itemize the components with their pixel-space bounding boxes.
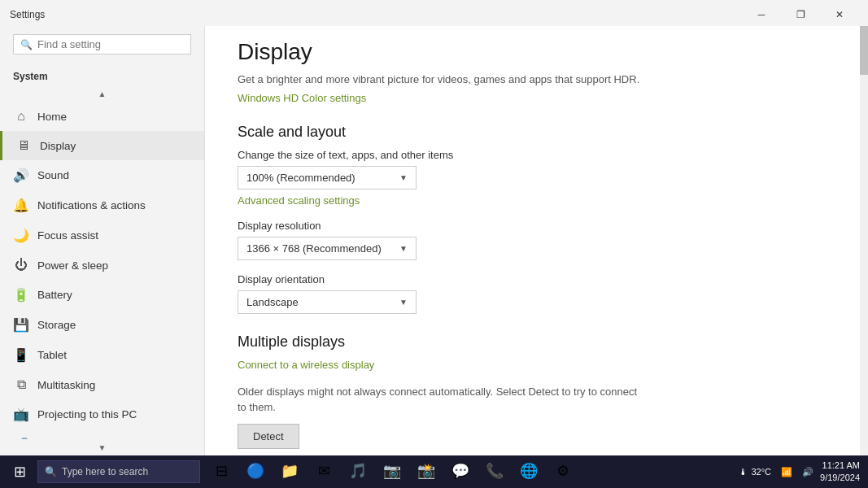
chevron-down-icon: ▼	[399, 173, 408, 182]
sidebar-item-home[interactable]: ⌂ Home	[0, 102, 204, 131]
multitasking-icon: ⧉	[13, 377, 29, 392]
start-button[interactable]: ⊞	[3, 455, 36, 488]
scale-field-group: Change the size of text, apps, and other…	[238, 149, 791, 207]
window-title: Settings	[10, 9, 45, 20]
taskbar-app-edge[interactable]: 🔵	[239, 455, 272, 488]
resolution-dropdown[interactable]: 1366 × 768 (Recommended) ▼	[238, 237, 417, 260]
scale-dropdown[interactable]: 100% (Recommended) ▼	[238, 166, 417, 190]
sidebar-item-label: Notifications & actions	[37, 199, 146, 211]
taskbar-search[interactable]: 🔍 Type here to search	[37, 460, 200, 483]
sidebar-scroll-up[interactable]: ▲	[0, 85, 204, 102]
sidebar-item-display[interactable]: 🖥 Display	[0, 131, 204, 160]
taskbar-volume[interactable]: 🔊	[799, 465, 817, 479]
taskbar-app-mail[interactable]: ✉	[308, 455, 340, 488]
chevron-down-icon: ▼	[399, 244, 408, 253]
projecting-icon: 📺	[13, 407, 29, 422]
temperature-icon: 🌡	[739, 467, 748, 477]
taskbar-app-settings[interactable]: ⚙	[547, 455, 579, 488]
chevron-down-icon: ▼	[399, 298, 408, 307]
detect-button[interactable]: Detect	[238, 424, 299, 449]
search-input[interactable]	[37, 38, 184, 50]
sidebar-item-label: Display	[40, 140, 76, 152]
taskbar-network[interactable]: 📶	[778, 465, 796, 479]
sidebar-scroll-down[interactable]: ▼	[0, 439, 204, 455]
taskbar-app-whatsapp[interactable]: 📞	[478, 455, 511, 488]
scale-field-label: Change the size of text, apps, and other…	[238, 149, 791, 161]
storage-icon: 💾	[13, 317, 29, 333]
tablet-icon: 📱	[13, 347, 29, 363]
sidebar-item-notifications[interactable]: 🔔 Notifications & actions	[0, 190, 204, 220]
taskbar-search-text: Type here to search	[62, 466, 148, 477]
page-title: Display	[238, 39, 791, 65]
home-icon: ⌂	[13, 109, 29, 124]
taskbar-app-explorer[interactable]: 📁	[273, 455, 306, 488]
sidebar-item-multitasking[interactable]: ⧉ Multitasking	[0, 370, 204, 399]
detect-description: Older displays might not always connect …	[238, 384, 644, 416]
resolution-field-group: Display resolution 1366 × 768 (Recommend…	[238, 220, 791, 260]
display-icon: 🖥	[15, 138, 32, 153]
taskbar-app-tiktok[interactable]: 🎵	[342, 455, 374, 488]
sidebar: 🔍 System ▲ ⌂ Home 🖥 Display 🔊 Sound	[0, 26, 205, 455]
orientation-field-label: Display orientation	[238, 273, 791, 285]
taskbar-app-instagram[interactable]: 📸	[410, 455, 443, 488]
sidebar-item-label: Storage	[37, 319, 76, 331]
taskbar-app-camera[interactable]: 📷	[376, 455, 408, 488]
sidebar-item-battery[interactable]: 🔋 Battery	[0, 280, 204, 310]
restore-button[interactable]: ❐	[782, 5, 819, 24]
battery-icon: 🔋	[13, 287, 29, 303]
advanced-scaling-link[interactable]: Advanced scaling settings	[238, 194, 791, 207]
clock-time: 11:21 AM	[820, 460, 860, 472]
sidebar-item-label: Tablet	[37, 349, 67, 361]
sidebar-item-label: Home	[37, 111, 67, 123]
close-button[interactable]: ✕	[821, 5, 858, 24]
focus-icon: 🌙	[13, 228, 29, 243]
taskbar-app-task-view[interactable]: ⊟	[205, 455, 238, 488]
sidebar-item-sound[interactable]: 🔊 Sound	[0, 160, 204, 190]
orientation-field-group: Display orientation Landscape ▼	[238, 273, 791, 314]
sidebar-search-box[interactable]: 🔍	[13, 34, 191, 54]
taskbar-app-chrome[interactable]: 🌐	[513, 455, 545, 488]
orientation-dropdown[interactable]: Landscape ▼	[238, 290, 417, 314]
power-icon: ⏻	[13, 258, 29, 272]
network-icon: 📶	[781, 467, 792, 477]
taskbar-temp[interactable]: 🌡 32°C	[735, 465, 774, 478]
clock-date: 9/19/2024	[820, 472, 860, 484]
sidebar-item-storage[interactable]: 💾 Storage	[0, 310, 204, 340]
sound-icon: 🔊	[13, 168, 29, 183]
sidebar-item-label: Power & sleep	[37, 259, 108, 272]
hdr-link[interactable]: Windows HD Color settings	[238, 92, 366, 104]
content-inner: Display Get a brighter and more vibrant …	[205, 26, 823, 455]
hdr-description: Get a brighter and more vibrant picture …	[238, 72, 791, 88]
sidebar-item-label: Sound	[37, 169, 69, 181]
main-content: Display Get a brighter and more vibrant …	[205, 26, 868, 455]
sidebar-item-shared[interactable]: 🔗 Shared experiences	[0, 429, 204, 439]
sidebar-item-power[interactable]: ⏻ Power & sleep	[0, 251, 204, 280]
taskbar-apps: ⊟ 🔵 📁 ✉ 🎵 📷 📸 💬 📞 🌐 ⚙	[205, 455, 579, 488]
temperature-value: 32°C	[751, 467, 771, 477]
sidebar-item-focus[interactable]: 🌙 Focus assist	[0, 220, 204, 251]
scale-section-title: Scale and layout	[238, 124, 791, 141]
sidebar-item-label: Projecting to this PC	[37, 408, 137, 420]
resolution-value: 1366 × 768 (Recommended)	[246, 242, 382, 255]
minimize-button[interactable]: ─	[743, 5, 780, 24]
title-bar: Settings ─ ❐ ✕	[0, 0, 868, 26]
window-controls: ─ ❐ ✕	[743, 5, 858, 24]
sidebar-item-projecting[interactable]: 📺 Projecting to this PC	[0, 399, 204, 429]
sidebar-item-label: Focus assist	[37, 229, 98, 242]
taskbar-app-chat[interactable]: 💬	[444, 455, 477, 488]
sidebar-item-tablet[interactable]: 📱 Tablet	[0, 340, 204, 370]
orientation-value: Landscape	[246, 296, 299, 308]
wireless-display-link[interactable]: Connect to a wireless display	[238, 359, 791, 371]
scale-value: 100% (Recommended)	[246, 172, 355, 184]
volume-icon: 🔊	[802, 467, 813, 477]
sidebar-nav: ⌂ Home 🖥 Display 🔊 Sound 🔔 Notifications…	[0, 102, 204, 439]
taskbar-clock[interactable]: 11:21 AM 9/19/2024	[820, 460, 860, 485]
notifications-icon: 🔔	[13, 198, 29, 213]
scrollbar-thumb[interactable]	[860, 26, 868, 75]
taskbar-search-icon: 🔍	[45, 466, 57, 477]
resolution-field-label: Display resolution	[238, 220, 791, 232]
scrollbar-track[interactable]	[860, 26, 868, 455]
sidebar-header: 🔍	[0, 26, 204, 66]
taskbar: ⊞ 🔍 Type here to search ⊟ 🔵 📁 ✉ 🎵 📷 📸 💬 …	[0, 455, 868, 488]
sidebar-item-label: Multitasking	[37, 379, 95, 391]
